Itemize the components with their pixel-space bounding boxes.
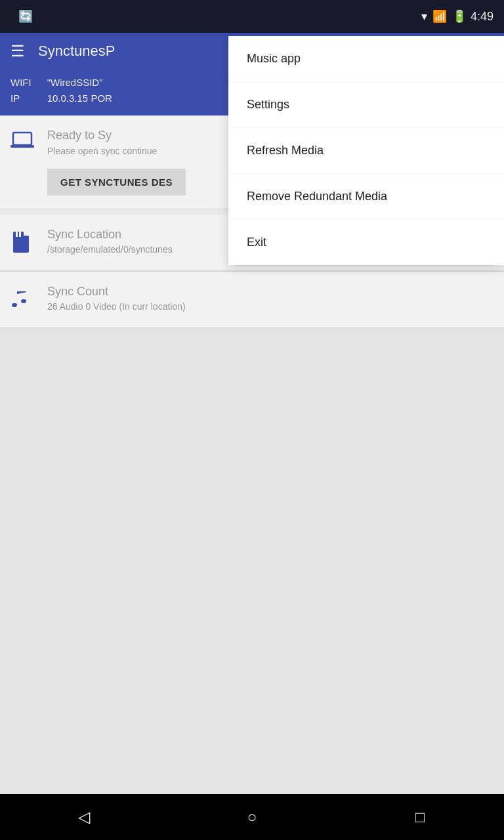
menu-item-exit[interactable]: Exit (228, 220, 504, 265)
menu-item-remove-redundant[interactable]: Remove Redundant Media (228, 174, 504, 220)
menu-item-music-app[interactable]: Music app (228, 36, 504, 82)
menu-item-refresh-media[interactable]: Refresh Media (228, 128, 504, 174)
menu-item-settings[interactable]: Settings (228, 82, 504, 128)
dropdown-menu: Music app Settings Refresh Media Remove … (228, 36, 504, 265)
